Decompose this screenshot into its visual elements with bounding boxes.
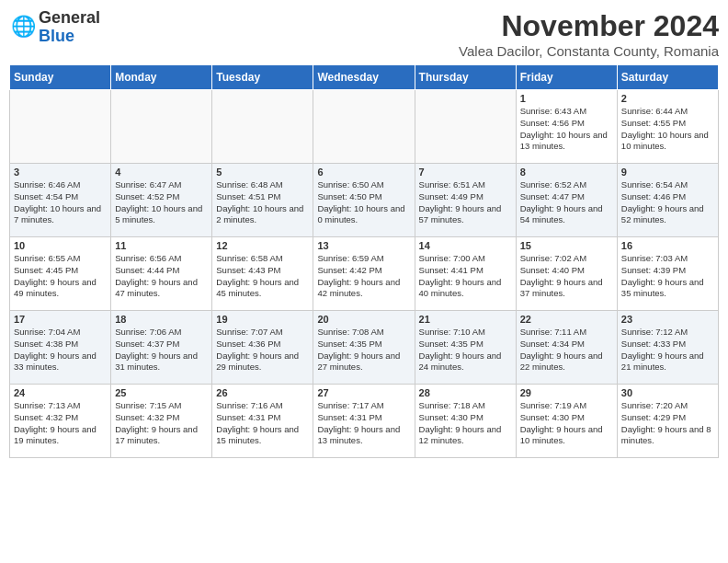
day-info: Sunrise: 7:18 AM Sunset: 4:30 PM Dayligh…: [419, 400, 512, 447]
day-cell: 25Sunrise: 7:15 AM Sunset: 4:32 PM Dayli…: [111, 385, 212, 458]
day-info: Sunrise: 7:15 AM Sunset: 4:32 PM Dayligh…: [115, 400, 208, 447]
day-info: Sunrise: 6:43 AM Sunset: 4:56 PM Dayligh…: [520, 106, 613, 153]
day-number: 16: [621, 240, 714, 251]
day-cell: 1Sunrise: 6:43 AM Sunset: 4:56 PM Daylig…: [516, 90, 617, 164]
day-number: 23: [621, 314, 714, 325]
day-header-monday: Monday: [111, 65, 212, 90]
day-info: Sunrise: 7:02 AM Sunset: 4:40 PM Dayligh…: [520, 253, 613, 300]
day-info: Sunrise: 6:52 AM Sunset: 4:47 PM Dayligh…: [520, 179, 613, 226]
day-info: Sunrise: 6:47 AM Sunset: 4:52 PM Dayligh…: [115, 179, 208, 226]
day-cell: 5Sunrise: 6:48 AM Sunset: 4:51 PM Daylig…: [212, 164, 313, 237]
day-info: Sunrise: 7:10 AM Sunset: 4:35 PM Dayligh…: [419, 327, 512, 373]
day-info: Sunrise: 7:07 AM Sunset: 4:36 PM Dayligh…: [216, 327, 309, 373]
day-number: 21: [419, 314, 512, 325]
day-cell: 17Sunrise: 7:04 AM Sunset: 4:38 PM Dayli…: [10, 311, 111, 385]
day-cell: 4Sunrise: 6:47 AM Sunset: 4:52 PM Daylig…: [111, 164, 212, 237]
day-number: 13: [317, 240, 410, 251]
day-cell: 23Sunrise: 7:12 AM Sunset: 4:33 PM Dayli…: [617, 311, 718, 385]
day-cell: 6Sunrise: 6:50 AM Sunset: 4:50 PM Daylig…: [313, 164, 415, 237]
day-number: 10: [14, 240, 107, 251]
day-header-row: SundayMondayTuesdayWednesdayThursdayFrid…: [10, 65, 719, 90]
day-number: 14: [419, 240, 512, 251]
day-cell: 30Sunrise: 7:20 AM Sunset: 4:29 PM Dayli…: [617, 385, 718, 458]
day-cell: 24Sunrise: 7:13 AM Sunset: 4:32 PM Dayli…: [10, 385, 111, 458]
day-cell: 3Sunrise: 6:46 AM Sunset: 4:54 PM Daylig…: [10, 164, 111, 237]
week-row-2: 3Sunrise: 6:46 AM Sunset: 4:54 PM Daylig…: [10, 164, 719, 237]
logo-general-text: General: [39, 8, 100, 27]
calendar-table: SundayMondayTuesdayWednesdayThursdayFrid…: [9, 64, 719, 458]
day-header-sunday: Sunday: [10, 65, 111, 90]
day-cell: 18Sunrise: 7:06 AM Sunset: 4:37 PM Dayli…: [111, 311, 212, 385]
day-cell: 7Sunrise: 6:51 AM Sunset: 4:49 PM Daylig…: [415, 164, 516, 237]
day-cell: 14Sunrise: 7:00 AM Sunset: 4:41 PM Dayli…: [415, 237, 516, 311]
day-cell: [415, 90, 516, 164]
day-info: Sunrise: 6:51 AM Sunset: 4:49 PM Dayligh…: [419, 179, 512, 226]
day-cell: 21Sunrise: 7:10 AM Sunset: 4:35 PM Dayli…: [415, 311, 516, 385]
day-info: Sunrise: 6:59 AM Sunset: 4:42 PM Dayligh…: [317, 253, 410, 300]
day-cell: 22Sunrise: 7:11 AM Sunset: 4:34 PM Dayli…: [516, 311, 617, 385]
day-header-tuesday: Tuesday: [212, 65, 313, 90]
day-info: Sunrise: 7:19 AM Sunset: 4:30 PM Dayligh…: [520, 400, 613, 447]
day-cell: 27Sunrise: 7:17 AM Sunset: 4:31 PM Dayli…: [313, 385, 415, 458]
calendar-title: November 2024: [459, 9, 719, 43]
day-info: Sunrise: 6:55 AM Sunset: 4:45 PM Dayligh…: [14, 253, 107, 300]
day-number: 4: [115, 167, 208, 178]
day-info: Sunrise: 7:11 AM Sunset: 4:34 PM Dayligh…: [520, 327, 613, 373]
day-number: 5: [216, 167, 309, 178]
day-number: 12: [216, 240, 309, 251]
day-cell: 16Sunrise: 7:03 AM Sunset: 4:39 PM Dayli…: [617, 237, 718, 311]
day-number: 2: [621, 93, 714, 104]
day-number: 15: [520, 240, 613, 251]
day-header-wednesday: Wednesday: [313, 65, 415, 90]
day-cell: 19Sunrise: 7:07 AM Sunset: 4:36 PM Dayli…: [212, 311, 313, 385]
day-number: 1: [520, 93, 613, 104]
day-number: 7: [419, 167, 512, 178]
day-cell: [313, 90, 415, 164]
day-cell: 8Sunrise: 6:52 AM Sunset: 4:47 PM Daylig…: [516, 164, 617, 237]
day-info: Sunrise: 7:04 AM Sunset: 4:38 PM Dayligh…: [14, 327, 107, 373]
week-row-1: 1Sunrise: 6:43 AM Sunset: 4:56 PM Daylig…: [10, 90, 719, 164]
day-number: 25: [115, 387, 208, 398]
day-info: Sunrise: 6:48 AM Sunset: 4:51 PM Dayligh…: [216, 179, 309, 226]
day-info: Sunrise: 6:46 AM Sunset: 4:54 PM Dayligh…: [14, 179, 107, 226]
day-number: 18: [115, 314, 208, 325]
day-number: 27: [317, 387, 410, 398]
day-cell: 15Sunrise: 7:02 AM Sunset: 4:40 PM Dayli…: [516, 237, 617, 311]
day-info: Sunrise: 6:58 AM Sunset: 4:43 PM Dayligh…: [216, 253, 309, 300]
day-info: Sunrise: 7:20 AM Sunset: 4:29 PM Dayligh…: [621, 400, 714, 447]
day-cell: 10Sunrise: 6:55 AM Sunset: 4:45 PM Dayli…: [10, 237, 111, 311]
day-cell: [10, 90, 111, 164]
day-info: Sunrise: 7:00 AM Sunset: 4:41 PM Dayligh…: [419, 253, 512, 300]
day-info: Sunrise: 7:12 AM Sunset: 4:33 PM Dayligh…: [621, 327, 714, 373]
day-number: 17: [14, 314, 107, 325]
day-number: 24: [14, 387, 107, 398]
day-cell: 26Sunrise: 7:16 AM Sunset: 4:31 PM Dayli…: [212, 385, 313, 458]
day-info: Sunrise: 7:06 AM Sunset: 4:37 PM Dayligh…: [115, 327, 208, 373]
day-number: 22: [520, 314, 613, 325]
day-number: 6: [317, 167, 410, 178]
day-number: 9: [621, 167, 714, 178]
title-area: November 2024 Valea Dacilor, Constanta C…: [459, 9, 719, 59]
day-number: 30: [621, 387, 714, 398]
day-header-friday: Friday: [516, 65, 617, 90]
day-number: 29: [520, 387, 613, 398]
svg-text:🌐: 🌐: [11, 15, 35, 39]
day-header-saturday: Saturday: [617, 65, 718, 90]
day-number: 19: [216, 314, 309, 325]
day-number: 11: [115, 240, 208, 251]
day-cell: 29Sunrise: 7:19 AM Sunset: 4:30 PM Dayli…: [516, 385, 617, 458]
day-info: Sunrise: 6:44 AM Sunset: 4:55 PM Dayligh…: [621, 106, 714, 153]
day-number: 3: [14, 167, 107, 178]
logo-blue-text: Blue: [39, 27, 74, 45]
day-info: Sunrise: 6:54 AM Sunset: 4:46 PM Dayligh…: [621, 179, 714, 226]
day-info: Sunrise: 7:13 AM Sunset: 4:32 PM Dayligh…: [14, 400, 107, 447]
day-cell: 20Sunrise: 7:08 AM Sunset: 4:35 PM Dayli…: [313, 311, 415, 385]
week-row-4: 17Sunrise: 7:04 AM Sunset: 4:38 PM Dayli…: [10, 311, 719, 385]
day-info: Sunrise: 6:50 AM Sunset: 4:50 PM Dayligh…: [317, 179, 410, 226]
day-cell: 13Sunrise: 6:59 AM Sunset: 4:42 PM Dayli…: [313, 237, 415, 311]
day-header-thursday: Thursday: [415, 65, 516, 90]
day-cell: [111, 90, 212, 164]
day-cell: [212, 90, 313, 164]
calendar-subtitle: Valea Dacilor, Constanta County, Romania: [459, 43, 719, 59]
week-row-3: 10Sunrise: 6:55 AM Sunset: 4:45 PM Dayli…: [10, 237, 719, 311]
